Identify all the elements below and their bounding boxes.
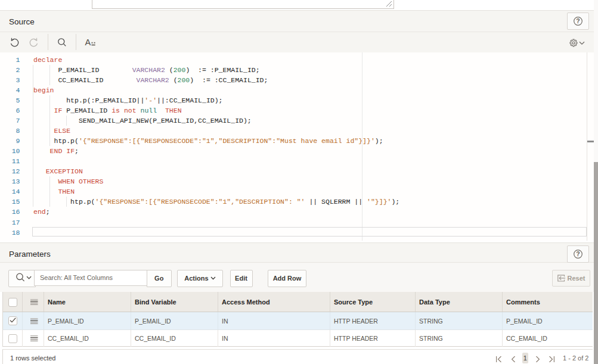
svg-text:?: ?: [576, 17, 580, 24]
svg-text:?: ?: [576, 250, 580, 257]
